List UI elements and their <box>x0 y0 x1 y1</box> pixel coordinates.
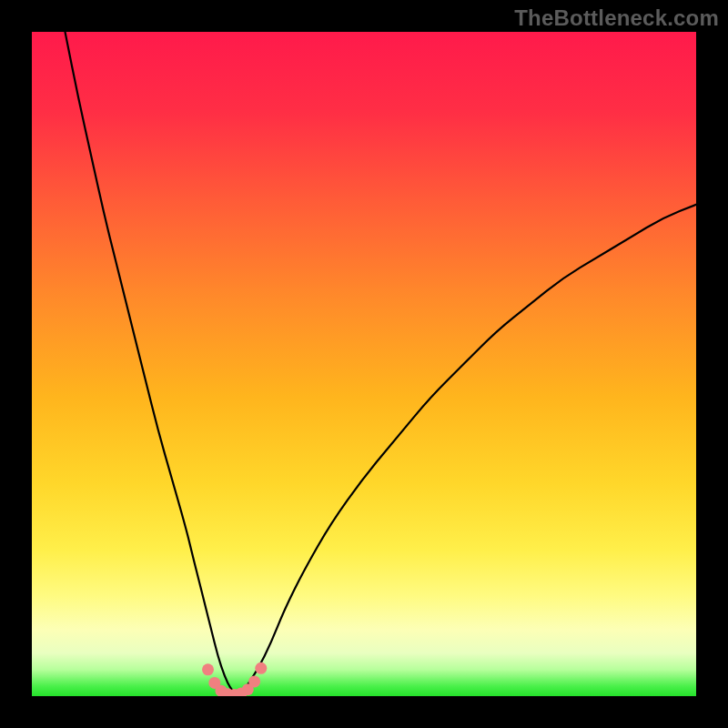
marker-point <box>255 662 267 674</box>
outer-frame: TheBottleneck.com <box>0 0 728 728</box>
plot-area <box>32 32 696 696</box>
watermark-text: TheBottleneck.com <box>514 5 719 31</box>
marker-point <box>202 663 214 675</box>
marker-point <box>248 675 260 687</box>
chart-svg <box>32 32 696 696</box>
gradient-background <box>32 32 696 696</box>
